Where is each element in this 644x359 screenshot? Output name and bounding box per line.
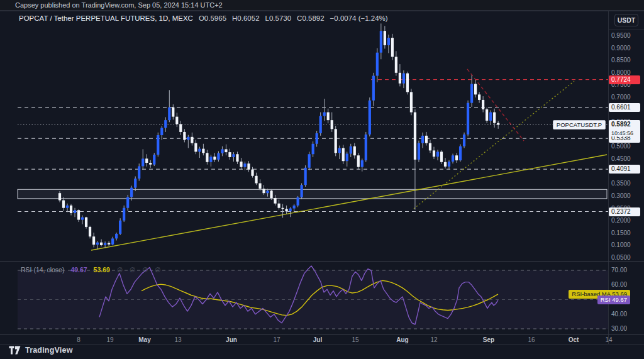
candle (418, 143, 420, 160)
candle (270, 191, 272, 198)
symbol-title: POPCAT / Tether PERPETUAL FUTURES, 1D, M… (19, 14, 193, 22)
ohlc-high: H0.6052 (232, 14, 259, 22)
candle (221, 149, 223, 153)
candle (134, 179, 136, 188)
candle (236, 154, 238, 162)
candle (365, 135, 367, 160)
candle (164, 120, 167, 128)
candle (96, 243, 99, 245)
chart-legend: POPCAT / Tether PERPETUAL FUTURES, 1D, M… (19, 14, 388, 22)
candle (100, 243, 103, 245)
candle (338, 148, 341, 153)
candle (281, 208, 284, 209)
candle (77, 210, 80, 219)
candle (342, 148, 345, 161)
candle (489, 113, 492, 121)
candle (194, 143, 197, 152)
candle (225, 149, 227, 152)
candle (391, 38, 394, 57)
candle (74, 210, 76, 213)
candle (467, 103, 469, 135)
candle (243, 163, 246, 167)
candle (448, 162, 450, 167)
candle (183, 132, 186, 140)
candle (470, 84, 473, 102)
candle (66, 206, 69, 208)
candle (206, 153, 208, 162)
candle (384, 31, 386, 45)
candle (316, 133, 318, 144)
candle (232, 154, 235, 157)
candle (266, 191, 269, 193)
range-box-drawing (18, 189, 607, 199)
candle (213, 157, 216, 160)
tradingview-logo-icon[interactable] (9, 346, 21, 355)
candle (262, 189, 265, 193)
candle (444, 162, 447, 167)
candle (335, 129, 337, 153)
candle (247, 163, 250, 169)
rsi-empty-slots: ∅ ∅ ∅ ∅ (117, 266, 163, 273)
rsi-ma-value: 53.69 (94, 266, 110, 273)
candle (414, 113, 416, 160)
candle (482, 100, 484, 109)
candle (240, 162, 242, 167)
candle (179, 124, 182, 132)
rsi-title: RSI (14, close) (21, 266, 64, 273)
ohlc-low: L0.5730 (265, 14, 292, 22)
candle (493, 113, 496, 123)
ohlc-close: C0.5892 (297, 14, 324, 22)
candle (209, 157, 212, 162)
candle (353, 146, 356, 156)
trendline-rising-support (91, 155, 607, 250)
candle (153, 155, 155, 165)
candle (138, 166, 140, 179)
candle (145, 158, 148, 163)
candle (142, 158, 144, 166)
candle (172, 108, 174, 117)
candle (459, 146, 462, 160)
candle (286, 209, 288, 211)
candle (387, 38, 390, 45)
candle (251, 170, 253, 176)
currency-toggle-button[interactable]: USDT (614, 14, 638, 26)
candle (297, 197, 299, 206)
candle (255, 176, 257, 184)
ohlc-open: O0.5965 (199, 14, 226, 22)
candle (436, 152, 439, 157)
candle (425, 136, 428, 143)
candle (217, 153, 219, 160)
candle (312, 144, 314, 154)
candle (123, 208, 125, 221)
candle (277, 204, 280, 208)
candle (126, 197, 129, 207)
candle (149, 163, 152, 165)
candle (463, 135, 465, 146)
candle (168, 108, 170, 120)
candle (157, 135, 159, 155)
candle (115, 234, 118, 238)
candle (92, 236, 95, 245)
candle (111, 238, 114, 244)
candle (429, 143, 431, 151)
candle (308, 154, 311, 168)
candle (474, 84, 477, 94)
candle (497, 123, 499, 125)
candle (228, 152, 231, 157)
candle (372, 76, 375, 101)
candle (130, 188, 133, 197)
ohlc-change: −0.0074 (−1.24%) (330, 14, 388, 22)
chart-canvas[interactable] (0, 0, 644, 359)
candle (395, 57, 397, 72)
footer-brand: TradingView (25, 346, 73, 355)
candle (58, 193, 61, 200)
candle (346, 153, 348, 161)
candle (452, 155, 454, 162)
candle (81, 218, 84, 220)
candle (70, 206, 72, 213)
candle (323, 113, 326, 116)
candle (85, 218, 87, 227)
candle (410, 92, 413, 112)
candle (293, 206, 296, 209)
candle (198, 149, 201, 152)
